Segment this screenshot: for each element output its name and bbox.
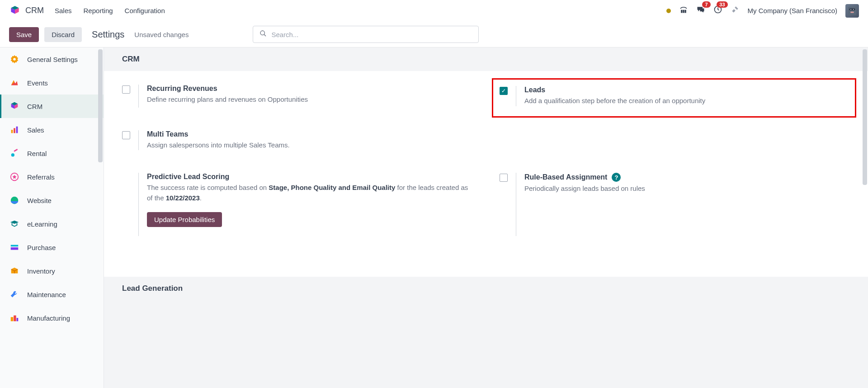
purchase-icon <box>9 242 20 253</box>
referrals-icon <box>9 171 20 182</box>
sidebar-item-referrals[interactable]: Referrals <box>0 165 104 189</box>
gear-icon <box>9 54 20 65</box>
setting-title: Predictive Lead Scoring <box>147 173 472 181</box>
sidebar: General Settings Events CRM Sales Rental… <box>0 47 104 388</box>
search-icon <box>259 30 267 39</box>
setting-desc: Periodically assign leads based on rules <box>524 184 850 194</box>
search-input[interactable] <box>271 31 472 38</box>
sidebar-item-elearning[interactable]: eLearning <box>0 212 104 236</box>
setting-title: Multi Teams <box>147 130 472 138</box>
setting-leads: ✓ Leads Add a qualification step before … <box>492 78 856 118</box>
messages-icon[interactable]: 7 <box>696 5 705 16</box>
svg-rect-11 <box>16 127 18 133</box>
sidebar-item-crm[interactable]: CRM <box>0 95 104 118</box>
checkbox-multiteams[interactable] <box>122 131 130 139</box>
sidebar-item-maintenance[interactable]: Maintenance <box>0 283 104 306</box>
svg-rect-1 <box>848 6 856 14</box>
discard-button[interactable]: Discard <box>44 27 82 42</box>
topbar: CRM Sales Reporting Configuration 7 33 M… <box>0 0 868 22</box>
section-header-crm: CRM <box>104 47 868 71</box>
setting-desc: Add a qualification step before the crea… <box>524 96 849 106</box>
sales-icon <box>9 124 20 135</box>
scrollbar-thumb[interactable] <box>98 49 103 162</box>
setting-desc: The success rate is computed based on St… <box>147 183 472 203</box>
setting-title: Rule-Based Assignment ? <box>524 173 850 182</box>
sidebar-item-purchase[interactable]: Purchase <box>0 236 104 259</box>
search-box[interactable] <box>253 26 479 43</box>
setting-rule-based-assignment: Rule-Based Assignment ? Periodically ass… <box>500 173 850 236</box>
scrollbar-thumb[interactable] <box>863 49 867 185</box>
company-name[interactable]: My Company (San Francisco) <box>748 7 837 14</box>
top-nav: Sales Reporting Configuration <box>55 7 165 14</box>
content: CRM Recurring Revenues Define recurring … <box>104 47 868 388</box>
messages-badge: 7 <box>702 1 710 8</box>
checkbox-recurring[interactable] <box>122 85 130 94</box>
sidebar-item-sales[interactable]: Sales <box>0 118 104 142</box>
svg-point-8 <box>13 58 16 61</box>
manufacturing-icon <box>9 312 20 323</box>
setting-desc: Define recurring plans and revenues on O… <box>147 95 471 105</box>
phone-icon[interactable] <box>679 5 688 16</box>
checkbox-rulebased[interactable] <box>500 174 508 182</box>
svg-rect-19 <box>14 316 16 322</box>
update-probabilities-button[interactable]: Update Probabilities <box>147 212 222 227</box>
svg-rect-9 <box>11 130 13 133</box>
sidebar-item-label: Purchase <box>27 244 56 251</box>
activities-icon[interactable]: 33 <box>713 5 722 16</box>
sidebar-item-label: CRM <box>27 103 42 110</box>
setting-multi-teams: Multi Teams Assign salespersons into mul… <box>122 130 472 151</box>
svg-rect-2 <box>849 8 855 10</box>
nav-reporting[interactable]: Reporting <box>84 7 113 14</box>
sidebar-item-label: Rental <box>27 150 47 157</box>
setting-predictive-scoring: Predictive Lead Scoring The success rate… <box>122 173 472 236</box>
nav-configuration[interactable]: Configuration <box>125 7 165 14</box>
topbar-right: 7 33 My Company (San Francisco) <box>666 4 859 18</box>
svg-rect-13 <box>14 149 18 152</box>
sidebar-item-inventory[interactable]: Inventory <box>0 259 104 283</box>
inventory-icon <box>9 265 20 276</box>
app-name[interactable]: CRM <box>25 6 44 15</box>
setting-title: Recurring Revenues <box>147 85 471 93</box>
app-logo-icon <box>9 5 21 17</box>
maintenance-icon <box>9 289 20 300</box>
svg-rect-18 <box>11 317 14 321</box>
sidebar-item-label: eLearning <box>27 220 57 228</box>
unsaved-status: Unsaved changes <box>134 31 189 38</box>
svg-point-12 <box>11 153 14 156</box>
sidebar-item-events[interactable]: Events <box>0 71 104 95</box>
svg-point-6 <box>260 31 264 35</box>
actionbar: Save Discard Settings Unsaved changes <box>0 22 868 47</box>
setting-recurring-revenues: Recurring Revenues Define recurring plan… <box>122 85 471 108</box>
tools-icon[interactable] <box>731 5 740 16</box>
svg-rect-16 <box>11 245 19 247</box>
elearning-icon <box>9 218 20 229</box>
sidebar-item-label: Inventory <box>27 267 55 275</box>
svg-line-7 <box>264 34 266 36</box>
sidebar-item-rental[interactable]: Rental <box>0 142 104 165</box>
svg-rect-5 <box>850 11 854 13</box>
sidebar-item-label: Sales <box>27 126 44 134</box>
svg-point-3 <box>850 9 851 9</box>
sidebar-item-label: Referrals <box>27 173 55 181</box>
setting-title: Leads <box>524 86 849 94</box>
sidebar-item-label: Website <box>27 197 52 204</box>
sidebar-item-manufacturing[interactable]: Manufacturing <box>0 306 104 330</box>
help-icon[interactable]: ? <box>612 173 621 182</box>
activities-badge: 33 <box>717 1 727 8</box>
sidebar-item-website[interactable]: Website <box>0 189 104 212</box>
save-button[interactable]: Save <box>9 27 39 42</box>
svg-rect-20 <box>17 318 19 321</box>
svg-rect-17 <box>11 247 19 250</box>
avatar[interactable] <box>845 4 859 18</box>
sidebar-item-label: General Settings <box>27 56 78 63</box>
status-dot-icon[interactable] <box>666 9 671 13</box>
sidebar-item-label: Events <box>27 79 48 87</box>
checkbox-leads[interactable]: ✓ <box>500 87 508 95</box>
crm-icon <box>9 101 20 112</box>
svg-rect-10 <box>14 128 15 133</box>
sidebar-item-label: Manufacturing <box>27 314 70 322</box>
sidebar-item-general-settings[interactable]: General Settings <box>0 47 104 71</box>
setting-desc: Assign salespersons into multiple Sales … <box>147 140 472 151</box>
website-icon <box>9 195 20 206</box>
nav-sales[interactable]: Sales <box>55 7 72 14</box>
